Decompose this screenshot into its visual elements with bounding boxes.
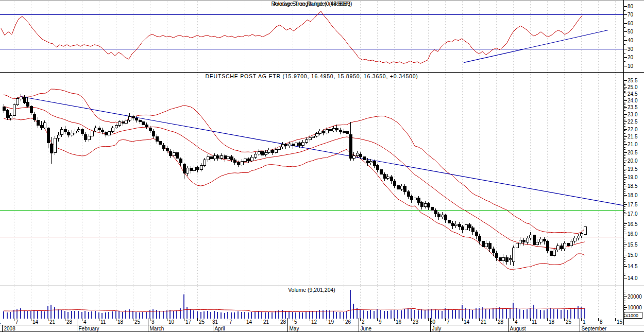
volume-bar — [71, 311, 72, 319]
candle-body — [186, 168, 189, 173]
candle-body — [125, 120, 127, 124]
day-label: 4 — [83, 319, 87, 325]
candle-body — [200, 166, 202, 170]
volume-bar — [336, 312, 337, 319]
month-label: May — [290, 326, 299, 331]
volume-bar — [54, 307, 55, 319]
candle-body — [224, 156, 226, 159]
candle-body — [210, 156, 212, 159]
volume-bar — [353, 304, 354, 319]
day-label: 18 — [549, 319, 555, 325]
volume-bar — [227, 312, 228, 319]
candle-body — [111, 128, 114, 131]
price-tick-label: 19.5 — [628, 166, 638, 172]
rsi-panel-plot-area[interactable] — [0, 0, 623, 72]
candle-body — [122, 122, 124, 124]
volume-bar — [91, 311, 92, 319]
candle-body — [335, 129, 338, 130]
candle-body — [196, 167, 199, 170]
day-label: 16 — [396, 319, 402, 325]
volume-bar — [570, 309, 571, 319]
volume-bar — [397, 310, 398, 319]
price-panel-plot-area[interactable] — [0, 72, 623, 286]
candle-body — [305, 140, 308, 143]
candle-body — [318, 131, 321, 134]
volume-bar — [30, 311, 31, 319]
candle-body — [139, 120, 141, 122]
candle-body — [271, 150, 274, 153]
volume-bar — [139, 312, 140, 319]
candle-body — [570, 241, 572, 246]
candle-body — [529, 235, 532, 238]
candle-body — [6, 110, 9, 117]
candle-body — [233, 160, 236, 162]
candle-body — [380, 170, 382, 174]
volume-bar — [47, 306, 48, 319]
price-tick-label: 18.5 — [628, 183, 638, 189]
volume-bar — [523, 310, 524, 319]
day-label: 19 — [328, 319, 334, 325]
candle-body — [322, 131, 325, 133]
candle-body — [339, 130, 342, 132]
volume-bar — [479, 308, 480, 319]
candle-body — [220, 156, 223, 159]
candle-body — [207, 156, 209, 160]
candle-body — [543, 239, 546, 241]
candle-body — [193, 167, 195, 171]
candle-body — [23, 97, 26, 103]
candle-body — [448, 220, 450, 223]
volume-bar — [418, 310, 419, 319]
volume-bar — [391, 310, 392, 319]
volume-bar — [516, 308, 517, 319]
candle-body — [292, 144, 294, 146]
day-label: 8 — [600, 319, 603, 325]
day-label: 28 — [280, 319, 286, 325]
candle-body — [373, 162, 376, 166]
candle-body — [427, 204, 430, 207]
price-tick-label: 16.0 — [628, 231, 638, 237]
candle-body — [145, 125, 148, 127]
volume-bar — [292, 312, 293, 319]
volume-bar — [333, 311, 334, 319]
month-label: February — [79, 326, 99, 331]
candle-body — [54, 138, 56, 153]
candle-body — [3, 107, 5, 111]
candle-body — [84, 134, 87, 139]
candle-body — [556, 246, 559, 250]
volume-bar — [272, 312, 273, 319]
volume-bar — [312, 311, 313, 319]
candle-body — [26, 102, 29, 106]
volume-bar — [183, 294, 184, 319]
volume-bar — [302, 312, 303, 319]
volume-bar — [578, 306, 579, 319]
candle-body — [9, 115, 12, 118]
candle-body — [526, 238, 529, 242]
price-tick-label: 15.5 — [628, 242, 638, 248]
candle-body — [67, 132, 70, 135]
volume-bar — [84, 311, 86, 319]
candle-body — [584, 226, 586, 235]
price-tick-label: 24.5 — [628, 91, 638, 97]
volume-bar — [78, 311, 79, 319]
candle-body — [451, 223, 454, 226]
volume-bar — [129, 309, 130, 319]
volume-bar — [394, 310, 395, 319]
candle-body — [502, 257, 504, 261]
volume-bar — [323, 310, 324, 319]
candle-body — [444, 215, 447, 220]
price-tick-label: 20.0 — [628, 158, 638, 164]
volume-bar — [41, 311, 42, 319]
volume-bar — [547, 309, 548, 319]
volume-bar — [115, 311, 116, 319]
candle-body — [81, 129, 83, 134]
candle-body — [475, 232, 478, 236]
volume-bar — [13, 310, 14, 319]
candle-body — [488, 243, 491, 249]
volume-bar — [187, 307, 188, 319]
price-tick-label: 14.5 — [628, 264, 638, 269]
month-label: July — [432, 326, 442, 331]
volume-bar — [234, 312, 235, 319]
price-tick-label: 22.0 — [628, 127, 638, 132]
volume-bar — [316, 311, 317, 319]
candle-body — [352, 156, 355, 159]
